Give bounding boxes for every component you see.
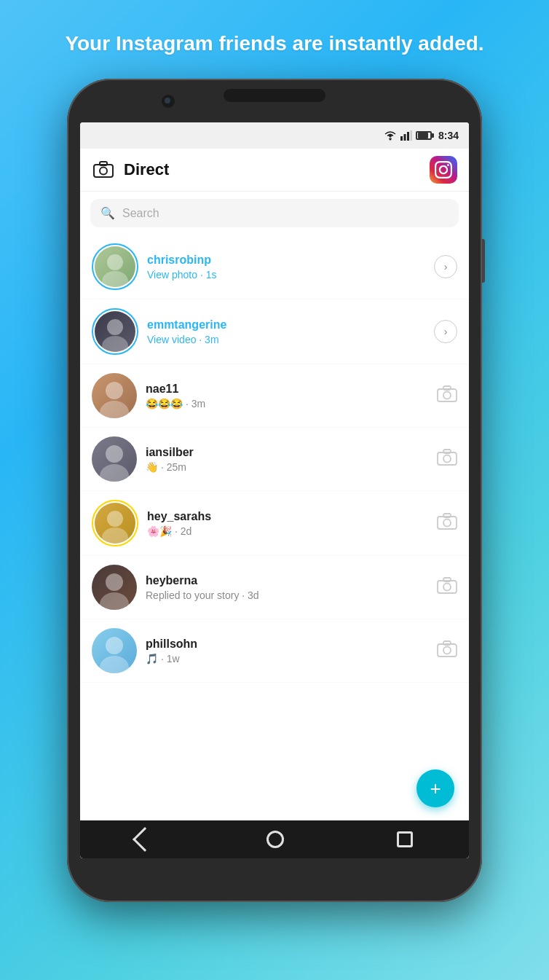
instagram-logo-button[interactable] bbox=[430, 156, 457, 184]
avatar-wrapper bbox=[92, 308, 138, 355]
svg-point-18 bbox=[100, 464, 129, 482]
svg-point-0 bbox=[389, 138, 391, 141]
message-preview: View photo · 1s bbox=[147, 269, 425, 281]
message-item[interactable]: phillsohn 🎵 · 1w bbox=[80, 619, 469, 683]
search-placeholder-text: Search bbox=[122, 207, 159, 220]
svg-rect-7 bbox=[100, 162, 107, 165]
message-username: heyberna bbox=[146, 574, 428, 587]
message-content: nae11 😂😂😂 · 3m bbox=[146, 383, 428, 409]
svg-rect-1 bbox=[400, 136, 403, 141]
avatar bbox=[92, 436, 137, 482]
message-preview: 👋 · 25m bbox=[146, 461, 428, 473]
avatar-wrapper bbox=[92, 628, 137, 673]
avatar bbox=[92, 373, 137, 418]
avatar bbox=[92, 628, 137, 673]
message-item[interactable]: heyberna Replied to your story · 3d bbox=[80, 556, 469, 619]
message-username: phillsohn bbox=[146, 638, 428, 651]
message-content: heyberna Replied to your story · 3d bbox=[146, 574, 428, 601]
message-item[interactable]: chrisrobinp View photo · 1s › bbox=[80, 235, 469, 299]
message-username: emmtangerine bbox=[147, 318, 425, 332]
svg-point-20 bbox=[443, 455, 451, 463]
message-preview: 😂😂😂 · 3m bbox=[146, 398, 428, 409]
svg-point-23 bbox=[102, 528, 128, 544]
message-preview: 🌸🎉 · 2d bbox=[147, 525, 428, 537]
svg-point-30 bbox=[443, 584, 451, 591]
message-content: emmtangerine View video · 3m bbox=[147, 318, 425, 345]
svg-rect-31 bbox=[443, 578, 451, 581]
recents-nav-button[interactable] bbox=[397, 831, 413, 847]
message-item[interactable]: nae11 😂😂😂 · 3m bbox=[80, 364, 469, 428]
message-preview: Replied to your story · 3d bbox=[146, 589, 428, 601]
search-input-wrapper[interactable]: 🔍 Search bbox=[90, 199, 459, 227]
avatar bbox=[92, 565, 137, 610]
phone-screen: 8:34 Direct bbox=[80, 122, 469, 858]
svg-point-17 bbox=[106, 445, 123, 463]
view-action-button[interactable]: › bbox=[434, 255, 457, 278]
svg-point-11 bbox=[102, 336, 128, 352]
svg-rect-24 bbox=[438, 517, 457, 529]
svg-rect-26 bbox=[443, 514, 451, 517]
phone-speaker bbox=[224, 89, 325, 102]
avatar-wrapper bbox=[92, 373, 137, 418]
message-content: iansilber 👋 · 25m bbox=[146, 446, 428, 473]
back-nav-button[interactable] bbox=[133, 827, 157, 852]
home-nav-button[interactable] bbox=[266, 831, 284, 848]
camera-action-icon bbox=[437, 385, 457, 403]
svg-point-12 bbox=[106, 382, 123, 399]
message-item[interactable]: hey_sarahs 🌸🎉 · 2d bbox=[80, 491, 469, 556]
view-action-button[interactable]: › bbox=[434, 320, 457, 343]
svg-point-25 bbox=[443, 520, 451, 527]
message-action bbox=[437, 385, 457, 406]
message-action[interactable]: › bbox=[434, 255, 457, 278]
avatar-wrapper bbox=[92, 500, 138, 546]
camera-action-icon bbox=[437, 640, 457, 658]
camera-icon bbox=[93, 161, 114, 179]
messages-list: chrisrobinp View photo · 1s › bbox=[80, 235, 469, 820]
camera-action-icon bbox=[437, 449, 457, 466]
svg-point-27 bbox=[106, 573, 123, 591]
avatar-wrapper bbox=[92, 436, 137, 482]
svg-point-6 bbox=[100, 168, 107, 175]
svg-rect-14 bbox=[438, 389, 457, 401]
message-action bbox=[437, 640, 457, 661]
status-icons: 8:34 bbox=[384, 130, 459, 141]
svg-rect-4 bbox=[410, 130, 412, 141]
svg-point-32 bbox=[106, 637, 123, 654]
phone-mockup: 8:34 Direct bbox=[67, 79, 482, 902]
status-bar: 8:34 bbox=[80, 122, 469, 149]
message-content: chrisrobinp View photo · 1s bbox=[147, 254, 425, 281]
svg-rect-34 bbox=[438, 644, 457, 656]
message-item[interactable]: iansilber 👋 · 25m bbox=[80, 428, 469, 491]
instagram-icon bbox=[435, 161, 452, 179]
svg-rect-29 bbox=[438, 581, 457, 593]
message-username: chrisrobinp bbox=[147, 254, 425, 267]
message-username: hey_sarahs bbox=[147, 510, 428, 523]
message-action bbox=[437, 577, 457, 597]
search-bar[interactable]: 🔍 Search bbox=[80, 192, 469, 235]
svg-point-15 bbox=[443, 392, 451, 399]
message-username: nae11 bbox=[146, 383, 428, 396]
app-header: Direct bbox=[80, 149, 469, 192]
phone-camera bbox=[162, 95, 175, 108]
svg-point-33 bbox=[100, 656, 129, 673]
svg-rect-19 bbox=[438, 452, 457, 465]
battery-icon bbox=[416, 131, 432, 140]
compose-fab-button[interactable]: + bbox=[416, 769, 454, 807]
message-action[interactable]: › bbox=[434, 320, 457, 343]
wifi-icon bbox=[384, 130, 397, 141]
message-content: hey_sarahs 🌸🎉 · 2d bbox=[147, 510, 428, 537]
message-item[interactable]: emmtangerine View video · 3m › bbox=[80, 299, 469, 364]
message-content: phillsohn 🎵 · 1w bbox=[146, 638, 428, 665]
svg-point-13 bbox=[100, 401, 129, 418]
bottom-navigation bbox=[80, 820, 469, 858]
header-left: Direct bbox=[92, 158, 169, 181]
svg-rect-3 bbox=[407, 132, 409, 141]
camera-button[interactable] bbox=[92, 158, 115, 181]
avatar-wrapper bbox=[92, 243, 138, 290]
svg-point-35 bbox=[443, 647, 451, 654]
camera-action-icon bbox=[437, 577, 457, 595]
svg-rect-2 bbox=[403, 134, 406, 141]
message-preview: View video · 3m bbox=[147, 334, 425, 345]
avatar bbox=[95, 311, 135, 352]
message-preview: 🎵 · 1w bbox=[146, 653, 428, 665]
